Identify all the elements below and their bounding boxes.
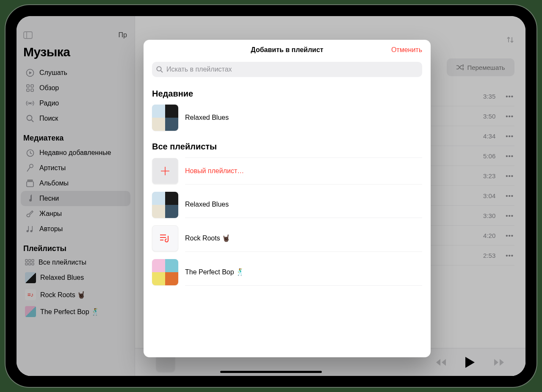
playlist-label: Новый плейлист… [185, 157, 422, 185]
playlist-rock[interactable]: Rock Roots 🤘🏿 [144, 221, 431, 255]
plus-icon [152, 158, 178, 184]
playlist-search[interactable] [152, 62, 422, 77]
svg-line-32 [161, 71, 163, 72]
playlist-label: Relaxed Blues [185, 191, 422, 218]
recent-playlist-relaxed[interactable]: Relaxed Blues [144, 101, 431, 134]
home-indicator[interactable] [220, 371, 322, 373]
modal-title: Добавить в плейлист [251, 46, 323, 54]
search-icon [156, 66, 163, 73]
playlist-bop[interactable]: The Perfect Bop 🕺 [144, 255, 431, 289]
recent-header: Недавние [144, 81, 431, 101]
new-playlist-button[interactable]: Новый плейлист… [144, 154, 431, 188]
svg-point-31 [157, 66, 161, 71]
screen: Пр Музыка Слушать Обзор Радио Поиск [17, 16, 525, 376]
playlist-label: Rock Roots 🤘🏿 [185, 225, 422, 252]
all-header: Все плейлисты [144, 134, 431, 154]
cancel-button[interactable]: Отменить [391, 46, 422, 54]
playlist-art [152, 105, 178, 131]
playlist-label: Relaxed Blues [185, 105, 422, 131]
playlist-relaxed[interactable]: Relaxed Blues [144, 188, 431, 221]
ipad-frame: Пр Музыка Слушать Обзор Радио Поиск [6, 5, 536, 387]
playlist-label: The Perfect Bop 🕺 [185, 259, 422, 286]
add-to-playlist-modal: Добавить в плейлист Отменить Недавние Re… [144, 40, 431, 357]
playlist-art [152, 259, 178, 285]
playlist-art [152, 225, 178, 251]
search-input[interactable] [166, 66, 418, 73]
playlist-art [152, 192, 178, 218]
